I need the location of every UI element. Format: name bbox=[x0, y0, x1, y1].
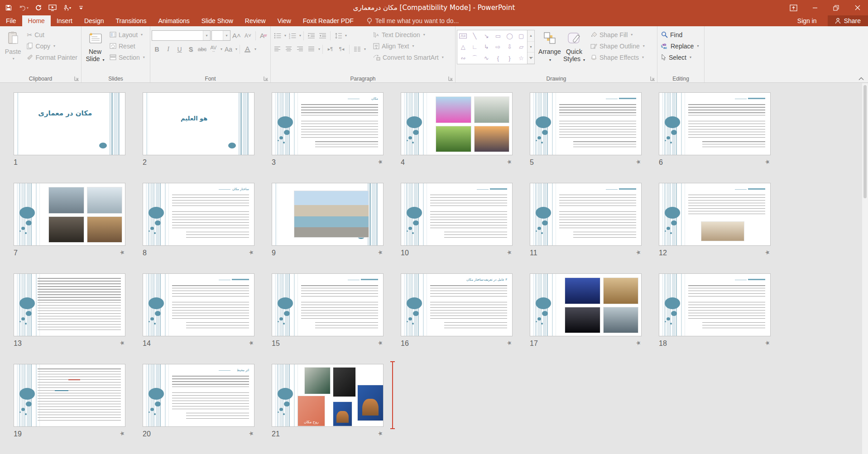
quick-styles-button[interactable]: QuickStyles ▾ bbox=[562, 28, 586, 74]
tab-foxit-reader-pdf[interactable]: Foxit Reader PDF bbox=[297, 15, 360, 26]
shapes-gallery[interactable]: A≡ ╲ ↘ ▭ ◯ ▢ △ ∟ ↳ ⇨ ⇩ ▱ ∾ ⌒ ∿ { } bbox=[457, 30, 528, 64]
tab-animations[interactable]: Animations bbox=[152, 15, 195, 26]
shape-line-icon[interactable]: ╲ bbox=[473, 33, 477, 39]
numbering-button[interactable]: 123 bbox=[287, 30, 297, 41]
slide-thumbnail-3[interactable]: مکان bbox=[272, 92, 384, 155]
decrease-indent-button[interactable] bbox=[306, 30, 317, 41]
slide-thumbnail-5[interactable] bbox=[530, 92, 642, 155]
paste-button[interactable]: Paste ▾ bbox=[1, 28, 24, 74]
slide-thumbnail-11[interactable] bbox=[530, 183, 642, 246]
touch-mode-dropdown-icon[interactable]: ▾ bbox=[69, 6, 71, 10]
bullets-button[interactable] bbox=[272, 30, 283, 41]
copy-button[interactable]: Copy▾ bbox=[24, 40, 80, 52]
shape-triangle-icon[interactable]: △ bbox=[461, 44, 465, 50]
text-direction-button[interactable]: A Text Direction▾ bbox=[371, 29, 451, 40]
scrollbar-thumb[interactable] bbox=[863, 85, 867, 198]
align-text-dropdown-icon[interactable]: ▾ bbox=[412, 44, 414, 48]
tab-slide-show[interactable]: Slide Show bbox=[196, 15, 239, 26]
shapes-more-icon[interactable]: ▼ bbox=[528, 53, 534, 64]
font-dialog-launcher[interactable] bbox=[264, 76, 269, 81]
select-button[interactable]: Select▾ bbox=[659, 52, 701, 63]
strikethrough-button[interactable]: abc bbox=[197, 44, 207, 54]
numbering-dropdown-icon[interactable]: ▾ bbox=[299, 33, 301, 38]
columns-dropdown-icon[interactable]: ▾ bbox=[364, 47, 366, 51]
character-spacing-dropdown-icon[interactable]: ▾ bbox=[221, 47, 222, 51]
right-to-left-text-button[interactable]: ¶◂ bbox=[336, 44, 347, 54]
font-color-dropdown-icon[interactable]: ▾ bbox=[254, 47, 256, 51]
restore-button[interactable] bbox=[825, 0, 847, 15]
shape-elbow-connector-icon[interactable]: ∟ bbox=[472, 44, 478, 50]
slide-thumbnail-17[interactable] bbox=[530, 273, 642, 336]
decrease-font-size-button[interactable]: A˅ bbox=[243, 30, 253, 41]
vertical-scrollbar[interactable] bbox=[862, 83, 868, 454]
undo-dropdown-icon[interactable]: ▾ bbox=[27, 6, 29, 10]
shape-flowchart-icon[interactable]: ▱ bbox=[519, 44, 523, 50]
slide-thumbnail-14[interactable] bbox=[143, 273, 254, 336]
font-color-button[interactable]: A bbox=[242, 44, 253, 54]
change-case-button[interactable]: Aa bbox=[223, 44, 234, 54]
section-button[interactable]: Section▾ bbox=[107, 52, 147, 63]
format-painter-button[interactable]: Format Painter bbox=[24, 52, 80, 63]
shape-arc-icon[interactable]: ⌒ bbox=[472, 55, 478, 61]
shape-star-icon[interactable]: ☆ bbox=[518, 55, 524, 61]
character-spacing-button[interactable]: AV↔ bbox=[208, 44, 219, 54]
line-spacing-dropdown-icon[interactable]: ▾ bbox=[345, 33, 347, 38]
text-shadow-button[interactable]: S bbox=[186, 44, 196, 54]
layout-button[interactable]: Layout▾ bbox=[107, 29, 147, 40]
cut-button[interactable]: ✂ Cut bbox=[24, 29, 80, 40]
shape-outline-button[interactable]: Shape Outline▾ bbox=[588, 40, 647, 52]
shape-curve-icon[interactable]: ∿ bbox=[484, 55, 489, 61]
tab-file[interactable]: File bbox=[0, 15, 22, 26]
slide-sorter-canvas[interactable]: مکان در معماری1هو العلیم2مکان3★4★5★6★7★س… bbox=[0, 83, 868, 454]
convert-to-smartart-button[interactable]: Convert to SmartArt▾ bbox=[371, 52, 451, 63]
ribbon-display-options-button[interactable] bbox=[783, 0, 804, 15]
tab-design[interactable]: Design bbox=[78, 15, 110, 26]
shape-effects-dropdown-icon[interactable]: ▾ bbox=[642, 55, 644, 59]
close-button[interactable] bbox=[847, 0, 868, 15]
tab-review[interactable]: Review bbox=[239, 15, 272, 26]
section-dropdown-icon[interactable]: ▾ bbox=[143, 55, 145, 59]
italic-button[interactable]: I bbox=[163, 44, 173, 54]
quick-styles-dropdown-icon[interactable]: ▾ bbox=[583, 58, 585, 62]
slide-thumbnail-12[interactable] bbox=[659, 183, 771, 246]
shape-scribble-icon[interactable]: ∾ bbox=[460, 55, 465, 61]
replace-dropdown-icon[interactable]: ▾ bbox=[697, 44, 699, 48]
slide-thumbnail-20[interactable]: اثر محیط bbox=[143, 364, 254, 427]
collapse-ribbon-button[interactable] bbox=[858, 77, 864, 81]
slide-thumbnail-4[interactable] bbox=[401, 92, 513, 155]
slide-thumbnail-19[interactable] bbox=[14, 364, 125, 427]
minimize-button[interactable] bbox=[804, 0, 825, 15]
replace-button[interactable]: abac Replace▾ bbox=[659, 40, 701, 52]
left-to-right-text-button[interactable]: ▸¶ bbox=[325, 44, 336, 54]
line-spacing-button[interactable] bbox=[333, 30, 343, 41]
shape-rectangle-icon[interactable]: ▭ bbox=[495, 33, 501, 39]
slide-thumbnail-21[interactable]: روح مکان bbox=[272, 364, 384, 427]
smartart-dropdown-icon[interactable]: ▾ bbox=[442, 55, 444, 59]
redo-button[interactable] bbox=[34, 3, 43, 13]
font-size-dropdown-icon[interactable]: ▾ bbox=[223, 31, 230, 40]
start-from-beginning-button[interactable] bbox=[48, 3, 57, 13]
shape-effects-button[interactable]: Shape Effects▾ bbox=[588, 52, 647, 63]
shape-fill-button[interactable]: Shape Fill▾ bbox=[588, 29, 647, 40]
new-slide-dropdown-icon[interactable]: ▾ bbox=[103, 58, 105, 62]
share-button[interactable]: Share bbox=[828, 15, 868, 26]
slide-thumbnail-18[interactable] bbox=[659, 273, 771, 336]
justify-button[interactable] bbox=[306, 44, 317, 54]
font-name-combobox[interactable]: ▾ bbox=[152, 30, 211, 41]
arrange-dropdown-icon[interactable]: ▾ bbox=[549, 58, 551, 62]
align-text-button[interactable]: Align Text▾ bbox=[371, 40, 451, 52]
underline-button[interactable]: U bbox=[174, 44, 185, 54]
align-right-button[interactable] bbox=[295, 44, 305, 54]
tab-insert[interactable]: Insert bbox=[51, 15, 78, 26]
sign-in-link[interactable]: Sign in bbox=[786, 15, 828, 26]
paste-dropdown-icon[interactable]: ▾ bbox=[13, 55, 14, 62]
shape-fill-dropdown-icon[interactable]: ▾ bbox=[631, 33, 633, 37]
customize-qat-button[interactable] bbox=[77, 3, 85, 13]
bullets-dropdown-icon[interactable]: ▾ bbox=[284, 33, 286, 38]
slide-thumbnail-16[interactable]: ۳ عامل در تعریف ساختار مکان bbox=[401, 273, 513, 336]
text-direction-dropdown-icon[interactable]: ▾ bbox=[423, 33, 425, 37]
shape-right-brace-icon[interactable]: } bbox=[508, 55, 510, 61]
clipboard-dialog-launcher[interactable] bbox=[74, 76, 79, 81]
shape-oval-icon[interactable]: ◯ bbox=[506, 33, 513, 39]
increase-indent-button[interactable] bbox=[317, 30, 328, 41]
